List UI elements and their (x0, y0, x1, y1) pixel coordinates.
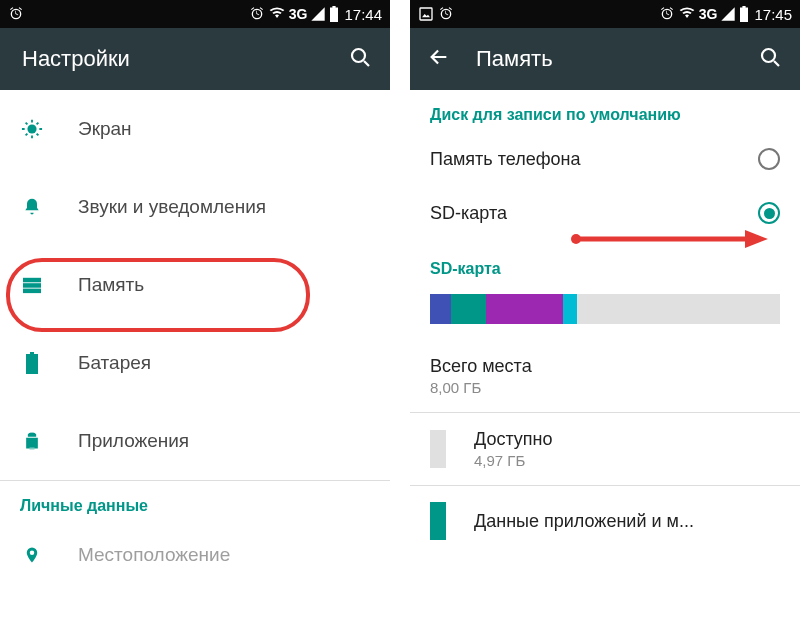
settings-item-label: Экран (78, 118, 132, 140)
settings-item-label: Приложения (78, 430, 189, 452)
settings-item-apps[interactable]: Приложения (0, 402, 390, 480)
radio-unchecked-icon (758, 148, 780, 170)
page-title: Память (476, 46, 553, 72)
radio-sd-card[interactable]: SD-карта (410, 186, 800, 240)
app-bar: Память (410, 28, 800, 90)
settings-item-location[interactable]: Местоположение (0, 523, 390, 587)
search-icon[interactable] (758, 45, 782, 73)
svg-rect-4 (23, 283, 41, 288)
storage-total-value: 8,00 ГБ (430, 379, 481, 396)
settings-item-label: Память (78, 274, 144, 296)
settings-item-label: Звуки и уведомления (78, 196, 266, 218)
battery-icon (739, 6, 749, 22)
alarm-icon (659, 6, 675, 22)
storage-available[interactable]: Доступно 4,97 ГБ (410, 413, 800, 485)
location-icon (20, 543, 44, 567)
signal-icon (310, 6, 326, 22)
storage-icon (20, 273, 44, 297)
network-label: 3G (699, 6, 718, 22)
clock-label: 17:45 (754, 6, 792, 23)
radio-label: Память телефона (430, 149, 758, 170)
settings-item-sound[interactable]: Звуки и уведомления (0, 168, 390, 246)
storage-seg-media (451, 294, 486, 324)
color-swatch-available (430, 430, 446, 468)
status-bar: 3G 17:45 (410, 0, 800, 28)
svg-line-8 (774, 61, 779, 66)
svg-rect-5 (23, 289, 41, 294)
alarm-icon (438, 6, 454, 22)
wifi-icon (678, 6, 696, 22)
storage-available-label: Доступно (474, 429, 553, 450)
apps-icon (20, 429, 44, 453)
storage-total[interactable]: Всего места 8,00 ГБ (410, 340, 800, 412)
storage-usage-bar (430, 294, 780, 324)
svg-point-7 (762, 49, 775, 62)
bell-icon (20, 195, 44, 219)
status-bar: 3G 17:44 (0, 0, 390, 28)
radio-phone-storage[interactable]: Память телефона (410, 132, 800, 186)
svg-point-2 (27, 124, 36, 133)
svg-line-1 (364, 61, 369, 66)
svg-rect-3 (23, 278, 41, 283)
storage-seg-apps (486, 294, 563, 324)
section-sd-card: SD-карта (410, 240, 800, 286)
svg-point-0 (352, 49, 365, 62)
storage-screen: Диск для записи по умолчанию Память теле… (410, 90, 800, 625)
search-icon[interactable] (348, 45, 372, 73)
storage-seg-system (430, 294, 451, 324)
back-icon[interactable] (428, 46, 450, 72)
color-swatch-apps (430, 502, 446, 540)
svg-rect-6 (420, 8, 432, 20)
radio-label: SD-карта (430, 203, 758, 224)
battery-icon (329, 6, 339, 22)
wifi-icon (268, 6, 286, 22)
alarm-icon (8, 6, 24, 22)
page-title: Настройки (22, 46, 130, 72)
clock-label: 17:44 (344, 6, 382, 23)
app-bar: Настройки (0, 28, 390, 90)
alarm-icon (249, 6, 265, 22)
phone-storage: 3G 17:45 Память Диск для записи по умолч… (410, 0, 800, 625)
settings-item-label: Батарея (78, 352, 151, 374)
storage-seg-other (563, 294, 577, 324)
storage-available-value: 4,97 ГБ (474, 452, 553, 469)
storage-total-label: Всего места (430, 356, 532, 377)
signal-icon (720, 6, 736, 22)
storage-apps-data[interactable]: Данные приложений и м... (410, 486, 800, 556)
network-label: 3G (289, 6, 308, 22)
storage-apps-label: Данные приложений и м... (474, 511, 694, 532)
section-default-disk: Диск для записи по умолчанию (410, 90, 800, 132)
phone-settings: 3G 17:44 Настройки Экран Звуки и уведомл… (0, 0, 390, 625)
settings-list: Экран Звуки и уведомления Память Батарея (0, 90, 390, 625)
battery-icon (20, 351, 44, 375)
settings-item-battery[interactable]: Батарея (0, 324, 390, 402)
picture-icon (418, 6, 434, 22)
settings-item-storage[interactable]: Память (0, 246, 390, 324)
brightness-icon (20, 117, 44, 141)
settings-item-display[interactable]: Экран (0, 90, 390, 168)
section-personal: Личные данные (0, 481, 390, 523)
settings-item-label: Местоположение (78, 544, 230, 566)
radio-checked-icon (758, 202, 780, 224)
